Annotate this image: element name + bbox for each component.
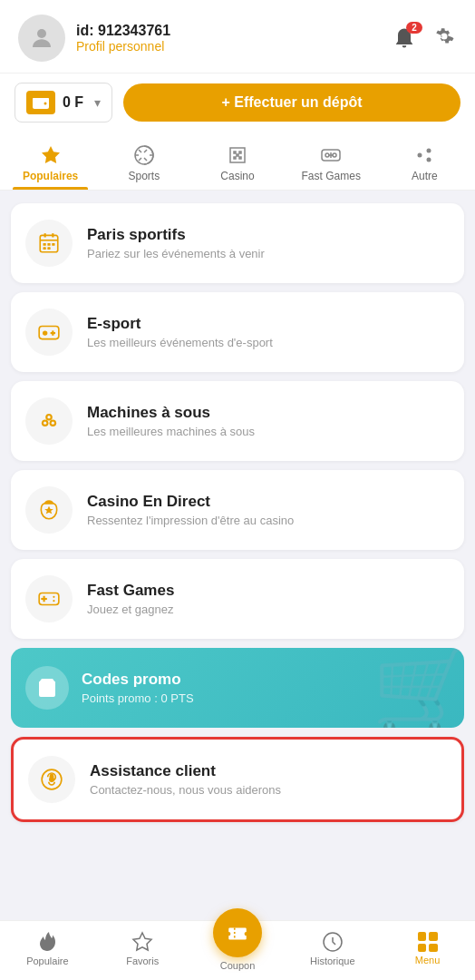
tab-autre-label: Autre	[412, 170, 438, 182]
menu-grid-icon	[418, 932, 438, 952]
assistance-title: Assistance client	[90, 762, 281, 780]
star-bottom-icon	[131, 931, 153, 953]
bottom-nav-populaire-label: Populaire	[26, 956, 68, 966]
casino-direct-icon	[25, 486, 73, 534]
bottom-nav-menu[interactable]: Menu	[380, 932, 475, 965]
bottom-nav-favoris[interactable]: Favoris	[95, 931, 190, 966]
tab-sports-label: Sports	[128, 170, 160, 182]
machines-sous-text: Machines à sous Les meilleures machines …	[87, 404, 255, 438]
svg-point-8	[418, 153, 422, 158]
tab-fast-games[interactable]: Fast Games	[285, 135, 378, 190]
bottom-nav-menu-label: Menu	[415, 955, 441, 965]
svg-rect-15	[44, 243, 46, 246]
paris-sportifs-subtitle: Pariez sur les événements à venir	[87, 247, 265, 260]
svg-rect-2	[33, 98, 49, 102]
fast-games-subtitle: Jouez et gagnez	[87, 603, 174, 616]
casino-direct-subtitle: Ressentez l'impression d'être au casino	[87, 514, 294, 527]
svg-point-29	[47, 416, 50, 418]
assistance-card[interactable]: Assistance client Contactez-nous, nous v…	[11, 737, 464, 822]
notification-button[interactable]: 2	[392, 25, 417, 51]
tab-populaires-label: Populaires	[23, 170, 78, 182]
svg-point-33	[53, 596, 54, 598]
balance-bar: 0 F ▾ + Effectuer un dépôt	[0, 73, 475, 135]
bottom-nav: Populaire Favoris Coupon Historique Men	[0, 920, 475, 980]
cart-bg-icon: 🛒	[372, 648, 464, 728]
coupon-button[interactable]	[213, 908, 262, 957]
svg-rect-20	[39, 327, 59, 339]
svg-rect-16	[47, 243, 50, 246]
bottom-nav-coupon-label: Coupon	[220, 960, 256, 971]
promo-text: Codes promo Points promo : 0 PTS	[82, 671, 194, 705]
svg-rect-39	[50, 775, 53, 779]
balance-box[interactable]: 0 F ▾	[15, 83, 112, 122]
menu-item-casino-direct[interactable]: Casino En Direct Ressentez l'impression …	[11, 470, 464, 550]
header-right: 2	[392, 24, 457, 53]
svg-point-35	[44, 694, 45, 696]
promo-title: Codes promo	[82, 671, 194, 689]
assistance-icon	[28, 756, 75, 803]
esport-text: E-sport Les meilleurs événements d'e-spo…	[87, 315, 273, 349]
tab-casino[interactable]: Casino	[190, 135, 284, 190]
dropdown-arrow-icon: ▾	[94, 95, 101, 110]
bottom-nav-coupon[interactable]: Coupon	[190, 926, 286, 971]
menu-item-paris-sportifs[interactable]: Paris sportifs Pariez sur les événements…	[11, 203, 464, 283]
svg-point-34	[53, 600, 54, 602]
clock-icon	[322, 931, 344, 953]
paris-sportifs-title: Paris sportifs	[87, 226, 265, 244]
fast-games-text: Fast Games Jouez et gagnez	[87, 582, 174, 616]
paris-sportifs-icon	[25, 220, 73, 267]
deposit-button[interactable]: + Effectuer un dépôt	[123, 83, 460, 122]
fast-games-title: Fast Games	[87, 582, 174, 600]
casino-direct-text: Casino En Direct Ressentez l'impression …	[87, 493, 294, 527]
svg-point-36	[49, 694, 51, 696]
svg-rect-18	[44, 247, 46, 250]
svg-point-9	[427, 149, 431, 153]
sports-icon	[133, 144, 155, 166]
menu-item-fast-games[interactable]: Fast Games Jouez et gagnez	[11, 559, 464, 639]
settings-button[interactable]	[431, 24, 457, 53]
assistance-text: Assistance client Contactez-nous, nous v…	[90, 762, 281, 797]
svg-point-0	[37, 29, 46, 38]
bottom-nav-historique[interactable]: Historique	[285, 931, 380, 966]
tab-populaires[interactable]: Populaires	[4, 135, 97, 190]
promo-cart-icon	[25, 666, 69, 710]
casino-icon	[227, 144, 248, 166]
esport-title: E-sport	[87, 315, 273, 333]
svg-point-28	[52, 422, 54, 425]
menu-item-esport[interactable]: E-sport Les meilleurs événements d'e-spo…	[11, 292, 464, 372]
ticket-icon	[226, 921, 249, 945]
assistance-subtitle: Contactez-nous, nous vous aiderons	[90, 783, 281, 797]
profile-link[interactable]: Profil personnel	[76, 39, 170, 54]
user-id: id: 912343761	[76, 23, 170, 39]
svg-rect-19	[47, 247, 50, 250]
svg-point-3	[44, 103, 47, 105]
autre-icon	[413, 144, 435, 166]
flame-icon	[36, 931, 58, 953]
tab-autre[interactable]: Autre	[378, 135, 471, 190]
promo-banner[interactable]: 🛒 Codes promo Points promo : 0 PTS	[11, 648, 464, 728]
tab-fast-games-label: Fast Games	[302, 170, 361, 182]
wallet-icon	[26, 91, 55, 114]
user-info: id: 912343761 Profil personnel	[76, 23, 170, 54]
fast-games-icon	[320, 144, 342, 166]
avatar	[18, 15, 65, 62]
bottom-nav-historique-label: Historique	[310, 956, 355, 966]
svg-rect-17	[52, 243, 54, 246]
menu-item-machines-sous[interactable]: Machines à sous Les meilleures machines …	[11, 381, 464, 461]
bottom-nav-populaire[interactable]: Populaire	[0, 931, 95, 966]
machines-sous-title: Machines à sous	[87, 404, 255, 422]
svg-point-27	[44, 422, 46, 425]
star-icon	[40, 144, 62, 166]
tab-casino-label: Casino	[220, 170, 254, 182]
notification-badge: 2	[406, 22, 422, 34]
content-area: Paris sportifs Pariez sur les événements…	[0, 191, 475, 835]
tab-sports[interactable]: Sports	[97, 135, 190, 190]
promo-subtitle: Points promo : 0 PTS	[82, 691, 194, 705]
casino-direct-title: Casino En Direct	[87, 493, 294, 511]
nav-tabs: Populaires Sports Casino Fast Games	[0, 135, 475, 191]
gear-icon	[431, 24, 457, 49]
header: id: 912343761 Profil personnel 2	[0, 0, 475, 73]
svg-point-21	[43, 330, 47, 335]
esport-subtitle: Les meilleurs événements d'e-sport	[87, 336, 273, 349]
bottom-nav-favoris-label: Favoris	[126, 956, 159, 966]
